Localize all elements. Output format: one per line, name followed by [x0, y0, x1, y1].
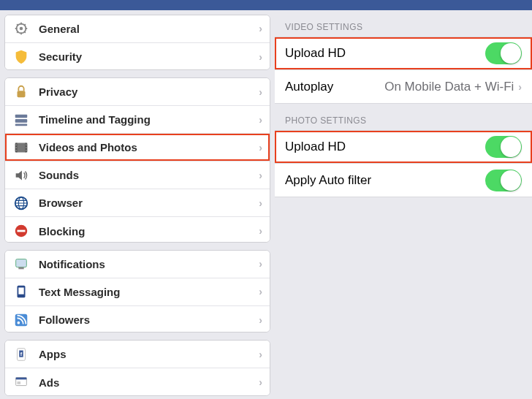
settings-row-ads[interactable]: Ads › [5, 368, 270, 396]
settings-row-label: Timeline and Tagging [39, 113, 259, 126]
detail-panel: VIDEO SETTINGS Upload HD Autoplay On Mob… [275, 0, 532, 399]
settings-group-2: Privacy › Timeline and Tagging › Videos … [4, 77, 270, 243]
svg-rect-3 [15, 114, 28, 118]
video-upload-hd-row[interactable]: Upload HD [275, 37, 532, 70]
gear-icon [12, 20, 30, 37]
photo-upload-hd-toggle[interactable] [485, 136, 522, 158]
settings-row-privacy[interactable]: Privacy › [5, 78, 270, 106]
settings-row-sounds[interactable]: Sounds › [5, 162, 270, 189]
block-icon [12, 222, 30, 240]
svg-point-1 [20, 27, 23, 31]
settings-panel: General › Security › Privacy › Timeline … [0, 0, 275, 399]
chevron-right-icon: › [259, 86, 262, 98]
chevron-right-icon: › [259, 197, 262, 209]
chevron-right-icon: › [259, 349, 262, 360]
settings-row-label: Security [39, 50, 259, 63]
settings-row-blocking[interactable]: Blocking › [5, 217, 270, 243]
settings-row-label: Followers [39, 314, 259, 326]
auto-filter-toggle[interactable] [485, 170, 522, 191]
chevron-right-icon: › [259, 142, 262, 153]
settings-row-followers[interactable]: Followers › [5, 306, 270, 333]
toggle-knob [501, 170, 521, 191]
settings-row-notifications[interactable]: Notifications › [5, 251, 270, 278]
chevron-right-icon: › [259, 23, 262, 34]
settings-row-videos-photos[interactable]: Videos and Photos › [5, 134, 270, 162]
speaker-icon [12, 167, 30, 184]
toggle-knob [501, 43, 521, 64]
svg-point-12 [15, 150, 16, 151]
timeline-icon [12, 111, 30, 129]
rss-icon [12, 311, 30, 329]
settings-row-label: Ads [39, 376, 259, 389]
svg-rect-34 [18, 382, 21, 385]
svg-rect-33 [16, 378, 27, 380]
svg-point-10 [15, 144, 16, 145]
chevron-right-icon: › [259, 225, 262, 237]
settings-row-label: Notifications [39, 258, 259, 270]
settings-row-label: Apps [39, 348, 259, 360]
svg-rect-22 [18, 230, 26, 232]
autoplay-value: On Mobile Data + Wi-Fi [384, 80, 514, 94]
settings-row-label: Privacy [39, 86, 259, 98]
settings-row-browser[interactable]: Browser › [5, 189, 270, 217]
chevron-right-icon: › [259, 376, 262, 388]
photo-upload-hd-row[interactable]: Upload HD [275, 130, 532, 164]
notifications-icon [12, 255, 30, 273]
svg-rect-5 [15, 123, 28, 126]
globe-icon [12, 194, 30, 212]
row-label: Upload HD [285, 140, 485, 154]
settings-group-4: f Apps › Ads › [4, 340, 270, 396]
settings-row-label: Text Messaging [39, 286, 259, 298]
sms-icon [12, 283, 30, 300]
chevron-right-icon: › [259, 114, 262, 126]
svg-rect-24 [18, 267, 23, 270]
svg-rect-2 [18, 91, 26, 97]
settings-row-label: Videos and Photos [39, 141, 259, 153]
settings-group-3: Notifications › Text Messaging › Followe… [4, 250, 270, 333]
chevron-right-icon: › [259, 51, 262, 63]
settings-row-label: General [39, 23, 259, 35]
chevron-right-icon: › [518, 81, 522, 93]
settings-row-timeline[interactable]: Timeline and Tagging › [5, 106, 270, 134]
apps-icon: f [12, 346, 30, 363]
settings-row-label: Blocking [39, 225, 259, 238]
video-upload-hd-toggle[interactable] [485, 42, 522, 64]
svg-point-14 [26, 147, 26, 148]
svg-point-15 [26, 150, 26, 151]
autoplay-row[interactable]: Autoplay On Mobile Data + Wi-Fi › [275, 70, 532, 104]
lock-icon [12, 83, 30, 101]
row-label: Autoplay [285, 80, 384, 94]
row-label: Apply Auto filter [285, 173, 485, 188]
svg-rect-4 [15, 119, 28, 123]
auto-filter-row[interactable]: Apply Auto filter [275, 164, 532, 197]
ads-icon [12, 373, 30, 391]
film-icon [12, 139, 30, 156]
nav-bar-left [0, 0, 275, 10]
svg-point-13 [26, 144, 26, 145]
chevron-right-icon: › [259, 286, 262, 297]
svg-point-28 [18, 322, 20, 324]
chevron-right-icon: › [259, 314, 262, 326]
settings-row-text-messaging[interactable]: Text Messaging › [5, 278, 270, 306]
toggle-knob [501, 137, 521, 157]
shield-icon [12, 48, 30, 66]
settings-row-apps[interactable]: f Apps › [5, 341, 270, 368]
settings-row-label: Sounds [39, 169, 259, 181]
svg-point-11 [15, 147, 16, 148]
row-label: Upload HD [285, 46, 485, 61]
video-settings-header: VIDEO SETTINGS [275, 10, 532, 37]
photo-settings-header: PHOTO SETTINGS [275, 104, 532, 130]
chevron-right-icon: › [259, 170, 262, 181]
nav-bar-right [275, 0, 532, 10]
settings-row-label: Browser [39, 197, 259, 209]
settings-group-1: General › Security › [4, 15, 270, 71]
svg-rect-23 [16, 259, 27, 267]
settings-row-general[interactable]: General › [5, 15, 270, 43]
chevron-right-icon: › [259, 258, 262, 270]
svg-rect-26 [18, 288, 23, 294]
settings-row-security[interactable]: Security › [5, 43, 270, 71]
